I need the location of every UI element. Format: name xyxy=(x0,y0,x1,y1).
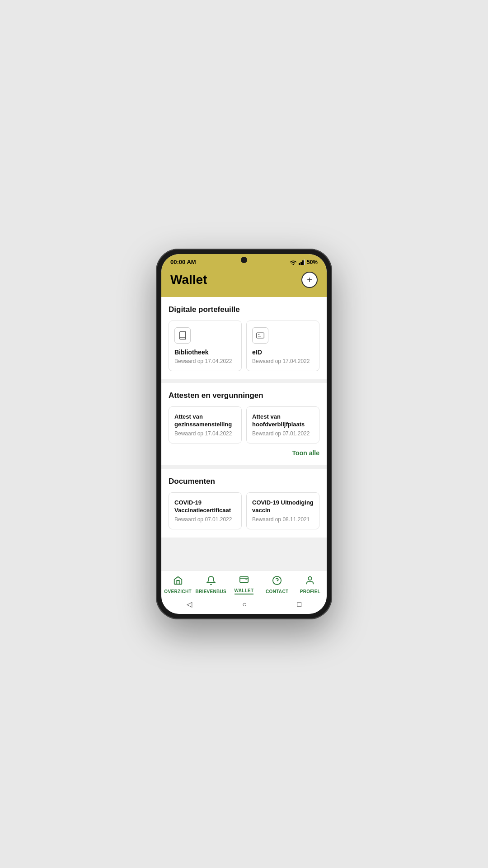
wallet-icon xyxy=(239,575,249,587)
nav-label-overzicht: OVERZICHT xyxy=(164,589,191,594)
eid-date: Bewaard op 17.04.2022 xyxy=(252,358,314,364)
documenten-cards: COVID-19 Vaccinatiecertificaat Bewaard o… xyxy=(169,492,319,529)
covid-cert-title: COVID-19 Vaccinatiecertificaat xyxy=(174,499,236,514)
help-icon xyxy=(272,576,282,588)
nav-item-contact[interactable]: CONTACT xyxy=(261,576,294,594)
app-header: Wallet + xyxy=(161,268,327,297)
covid-uitnodiging-date: Bewaard op 08.11.2021 xyxy=(252,516,314,523)
back-button[interactable]: ◁ xyxy=(187,600,192,609)
toon-alle-button[interactable]: Toon alle xyxy=(292,449,319,457)
portefeuille-cards: Bibliotheek Bewaard op 17.04.2022 eI xyxy=(169,321,319,371)
card-hoofdverblijfplaats[interactable]: Attest van hoofdverblijfplaats Bewaard o… xyxy=(246,406,319,443)
card-gezinssamenstelling[interactable]: Attest van gezinssamenstelling Bewaard o… xyxy=(169,406,242,443)
nav-label-contact: CONTACT xyxy=(266,589,288,594)
card-covid-cert[interactable]: COVID-19 Vaccinatiecertificaat Bewaard o… xyxy=(169,492,242,529)
section-digitale-portefeuille: Digitale portefeuille Bibliotheek Bewaar… xyxy=(161,297,327,379)
camera-notch xyxy=(241,257,247,263)
attesten-cards: Attest van gezinssamenstelling Bewaard o… xyxy=(169,406,319,443)
eid-icon xyxy=(252,327,268,344)
nav-item-profiel[interactable]: PROFIEL xyxy=(294,576,327,594)
svg-rect-3 xyxy=(304,259,305,265)
gezinssamenstelling-date: Bewaard op 17.04.2022 xyxy=(174,430,236,437)
bibliotheek-date: Bewaard op 17.04.2022 xyxy=(174,358,236,364)
home-icon xyxy=(173,576,183,588)
app-title: Wallet xyxy=(170,273,207,287)
card-covid-uitnodiging[interactable]: COVID-19 Uitnodiging vaccin Bewaard op 0… xyxy=(246,492,319,529)
toon-alle-container: Toon alle xyxy=(169,449,319,457)
nav-item-overzicht[interactable]: OVERZICHT xyxy=(161,576,194,594)
svg-rect-2 xyxy=(302,260,304,265)
gezinssamenstelling-title: Attest van gezinssamenstelling xyxy=(174,413,236,429)
nav-label-wallet: WALLET xyxy=(235,588,254,594)
android-nav: ◁ ○ □ xyxy=(161,596,327,614)
svg-rect-1 xyxy=(300,262,302,265)
section-documenten: Documenten COVID-19 Vaccinatiecertificaa… xyxy=(161,469,327,538)
card-eid[interactable]: eID Bewaard op 17.04.2022 xyxy=(246,321,319,371)
status-time: 00:00 AM xyxy=(170,259,196,265)
bell-icon xyxy=(206,576,216,588)
hoofdverblijfplaats-title: Attest van hoofdverblijfplaats xyxy=(252,413,314,429)
add-button[interactable]: + xyxy=(301,272,318,288)
nav-label-profiel: PROFIEL xyxy=(300,589,320,594)
app-content[interactable]: Digitale portefeuille Bibliotheek Bewaar… xyxy=(161,297,327,571)
section-title-documenten: Documenten xyxy=(169,477,319,486)
section-attesten: Attesten en vergunningen Attest van gezi… xyxy=(161,383,327,465)
svg-rect-0 xyxy=(299,263,300,265)
eid-title: eID xyxy=(252,348,314,356)
recent-button[interactable]: □ xyxy=(297,600,302,609)
svg-rect-7 xyxy=(240,577,248,583)
wifi-icon xyxy=(290,259,297,265)
nav-item-brievenbus[interactable]: BRIEVENBUS xyxy=(194,576,227,594)
bibliotheek-icon xyxy=(174,327,191,344)
home-button[interactable]: ○ xyxy=(242,600,247,609)
svg-rect-4 xyxy=(257,333,264,338)
bottom-spacer xyxy=(161,541,327,550)
nav-label-brievenbus: BRIEVENBUS xyxy=(196,589,227,594)
svg-point-10 xyxy=(309,576,312,580)
nav-item-wallet[interactable]: WALLET xyxy=(227,575,260,594)
phone-screen: 00:00 AM 50% xyxy=(161,254,327,614)
bottom-nav: OVERZICHT BRIEVENBUS xyxy=(161,571,327,596)
card-bibliotheek[interactable]: Bibliotheek Bewaard op 17.04.2022 xyxy=(169,321,242,371)
status-icons: 50% xyxy=(290,259,318,265)
battery-level: 50% xyxy=(307,259,318,265)
section-title-attesten: Attesten en vergunningen xyxy=(169,391,319,400)
hoofdverblijfplaats-date: Bewaard op 07.01.2022 xyxy=(252,430,314,437)
person-icon xyxy=(305,576,315,588)
bibliotheek-title: Bibliotheek xyxy=(174,348,236,356)
section-title-portefeuille: Digitale portefeuille xyxy=(169,305,319,314)
signal-icon xyxy=(299,259,305,265)
covid-uitnodiging-title: COVID-19 Uitnodiging vaccin xyxy=(252,499,314,514)
covid-cert-date: Bewaard op 07.01.2022 xyxy=(174,516,236,523)
phone-shell: 00:00 AM 50% xyxy=(156,249,332,619)
add-icon: + xyxy=(307,275,312,285)
